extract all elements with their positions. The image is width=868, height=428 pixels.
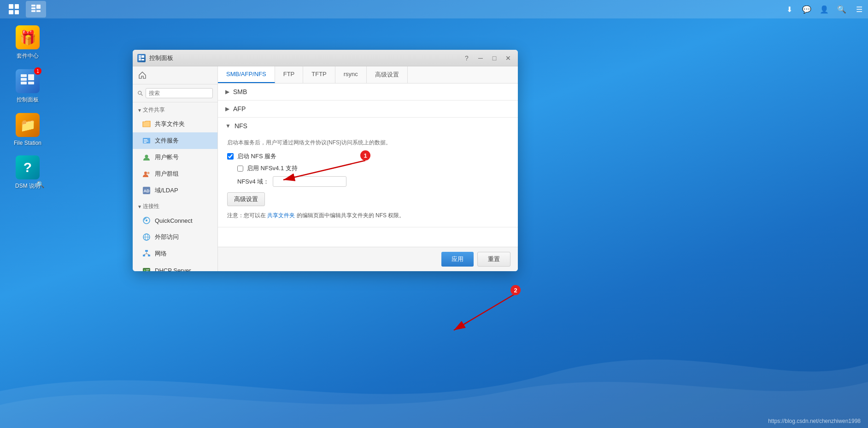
tab-rsync[interactable]: rsync — [335, 66, 367, 83]
search-icon — [137, 90, 143, 96]
sidebar-item-file-services[interactable]: 文件服务 — [133, 132, 217, 149]
main-panel: SMB/AFP/NFS FTP TFTP rsync 高级设置 ▶ SMB — [218, 66, 518, 271]
tab-tftp[interactable]: TFTP — [303, 66, 335, 83]
svg-point-15 — [138, 91, 141, 95]
search-icon[interactable]: 🔍 — [837, 4, 847, 14]
sidebar-group-connectivity[interactable]: ▾ 连接性 — [133, 199, 217, 212]
svg-rect-5 — [21, 74, 27, 77]
reset-button[interactable]: 重置 — [477, 252, 510, 267]
file-services-icon — [142, 136, 151, 145]
enable-nfs-label: 启动 NFS 服务 — [237, 152, 276, 160]
settings-icon[interactable]: ☰ — [854, 4, 864, 14]
svg-point-21 — [145, 155, 148, 158]
app-grid-button[interactable] — [4, 1, 24, 18]
nfs-body: 启动本服务后，用户可通过网络文件协议(NFS)访问系统上的数据。 启动 NFS … — [218, 134, 518, 227]
svg-rect-10 — [139, 55, 141, 57]
note-link[interactable]: 共享文件夹 — [267, 212, 295, 219]
sidebar-item-network[interactable]: 网络 — [133, 245, 217, 262]
user-icon[interactable]: 👤 — [819, 4, 829, 14]
group-label-file-sharing: 文件共享 — [143, 106, 165, 114]
sidebar-item-external-access[interactable]: 外部访问 — [133, 229, 217, 245]
minimize-button[interactable]: ─ — [475, 53, 486, 63]
nfs-note: 注意：您可以在 共享文件夹 的编辑页面中编辑共享文件夹的 NFS 权限。 — [227, 212, 509, 220]
window-title: 控制面板 — [149, 54, 173, 62]
smb-header[interactable]: ▶ SMB — [218, 83, 518, 100]
tab-bar: SMB/AFP/NFS FTP TFTP rsync 高级设置 — [218, 66, 518, 83]
sidebar-label-dhcp-server: DHCP Server — [155, 267, 191, 272]
sidebar-item-user-account[interactable]: 用户帐号 — [133, 149, 217, 166]
note-prefix: 注意：您可以在 — [227, 212, 267, 219]
svg-rect-11 — [139, 57, 141, 59]
nfsv4-domain-input[interactable] — [273, 176, 346, 187]
nfs-advanced-button[interactable]: 高级设置 — [227, 192, 265, 206]
nfs-chevron: ▼ — [225, 123, 231, 129]
nfs-header[interactable]: ▼ NFS — [218, 118, 518, 134]
desktop-icon-file-station[interactable]: 📁 🔍 File Station — [9, 113, 46, 146]
maximize-button[interactable]: □ — [489, 53, 499, 63]
sidebar-item-domain-ldap[interactable]: AD 域/LDAP — [133, 182, 217, 199]
smb-label: SMB — [233, 88, 247, 95]
tab-advanced-settings[interactable]: 高级设置 — [367, 66, 408, 83]
chat-icon[interactable]: 💬 — [802, 4, 812, 14]
sidebar-item-dhcp-server[interactable]: DHCP Server — [133, 262, 217, 271]
user-group-icon — [142, 169, 151, 178]
svg-rect-14 — [141, 59, 144, 60]
download-icon[interactable]: ⬇ — [784, 4, 794, 14]
sidebar-label-shared-folder: 共享文件夹 — [155, 120, 185, 128]
svg-line-36 — [147, 254, 149, 255]
nfsv4-domain-label: NFSv4 域： — [237, 178, 269, 186]
tab-smb-afp-nfs[interactable]: SMB/AFP/NFS — [218, 66, 275, 83]
taskbar-right: ⬇ 💬 👤 🔍 ☰ — [784, 4, 864, 14]
enable-nfsv41-checkbox[interactable] — [237, 166, 243, 172]
sidebar-label-file-services: 文件服务 — [155, 137, 179, 145]
grid-icon — [9, 4, 19, 14]
sidebar-label-user-account: 用户帐号 — [155, 153, 179, 161]
svg-rect-9 — [28, 82, 34, 84]
sidebar-item-shared-folder[interactable]: 共享文件夹 — [133, 116, 217, 132]
user-account-icon — [142, 153, 151, 162]
window-icon — [137, 54, 146, 62]
sidebar-label-user-group: 用户群组 — [155, 170, 179, 178]
svg-rect-0 — [31, 5, 35, 6]
desktop-icons: 🎁 套件中心 1 控制面板 📁 🔍 — [9, 25, 46, 190]
taskbar: ⬇ 💬 👤 🔍 ☰ — [0, 0, 868, 18]
svg-text:AD: AD — [144, 189, 150, 193]
dsm-help-icon: ? — [16, 155, 40, 179]
desktop-icon-package-center[interactable]: 🎁 套件中心 — [9, 25, 46, 60]
quickconnect-icon — [142, 216, 151, 225]
svg-rect-19 — [144, 141, 148, 142]
note-suffix: 的编辑页面中编辑共享文件夹的 NFS 权限。 — [295, 212, 405, 219]
afp-label: AFP — [233, 105, 246, 113]
sidebar-search-input[interactable] — [146, 88, 213, 98]
chevron-down-icon: ▾ — [138, 107, 141, 113]
content-area: ▶ SMB ▶ AFP ▼ — [218, 83, 518, 247]
svg-rect-3 — [36, 5, 41, 9]
svg-rect-2 — [31, 10, 35, 12]
external-access-icon — [142, 232, 151, 242]
window-titlebar: 控制面板 ? ─ □ ✕ — [133, 50, 518, 66]
tab-ftp[interactable]: FTP — [275, 66, 304, 83]
close-button[interactable]: ✕ — [503, 53, 513, 63]
nfs-label: NFS — [235, 122, 247, 130]
sidebar-group-file-sharing[interactable]: ▾ 文件共享 — [133, 102, 217, 116]
afp-section: ▶ AFP — [218, 101, 518, 118]
apply-button[interactable]: 应用 — [441, 252, 474, 267]
file-station-label: File Station — [14, 140, 41, 146]
nfs-section: ▼ NFS 启动本服务后，用户可通过网络文件协议(NFS)访问系统上的数据。 启… — [218, 118, 518, 227]
svg-rect-31 — [145, 250, 148, 252]
help-button[interactable]: ? — [462, 53, 472, 63]
smb-section: ▶ SMB — [218, 83, 518, 101]
enable-nfs-checkbox[interactable] — [227, 153, 234, 160]
control-panel-taskbar-btn[interactable] — [26, 1, 46, 18]
afp-header[interactable]: ▶ AFP — [218, 101, 518, 117]
group-label-connectivity: 连接性 — [143, 202, 159, 210]
svg-point-23 — [147, 172, 150, 174]
svg-point-22 — [144, 172, 147, 174]
control-panel-icon-svg — [20, 73, 35, 89]
svg-rect-13 — [141, 55, 144, 58]
sidebar-home-btn[interactable] — [133, 66, 217, 84]
desktop-icon-control-panel[interactable]: 1 控制面板 — [9, 69, 46, 104]
sidebar-item-user-group[interactable]: 用户群组 — [133, 166, 217, 182]
afp-chevron: ▶ — [225, 106, 229, 112]
sidebar-item-quickconnect[interactable]: QuickConnect — [133, 212, 217, 229]
